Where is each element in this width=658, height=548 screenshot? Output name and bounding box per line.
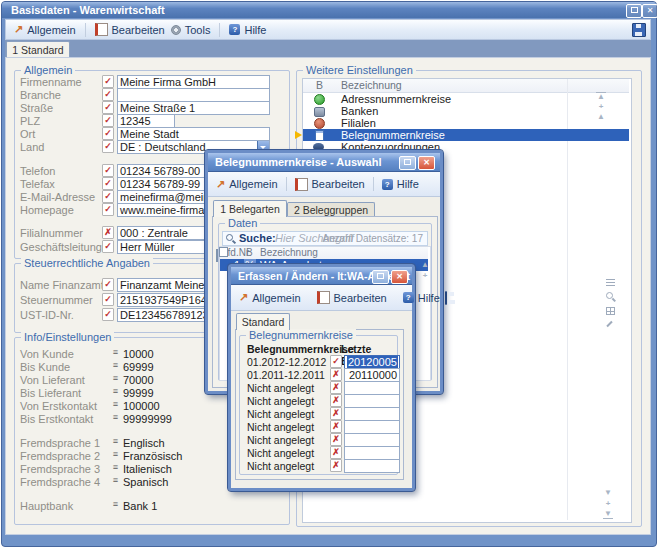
range-label: 01.2011-12.2011 <box>247 369 325 381</box>
close-icon[interactable]: ✕ <box>642 4 658 18</box>
list-lines-icon <box>111 386 120 396</box>
tab-standard[interactable]: 1 Standard <box>6 41 70 58</box>
list-item-belegnummernkreise[interactable]: Belegnummernkreise <box>303 129 629 141</box>
field-label: Homepage <box>20 204 74 216</box>
not-assigned-icon[interactable] <box>330 446 342 459</box>
edit-check-icon[interactable] <box>102 164 114 177</box>
info-value: 99999 <box>123 387 154 399</box>
menu-bearbeiten[interactable]: Bearbeiten <box>95 23 165 36</box>
menu-allgemein[interactable]: Allgemein <box>216 178 278 190</box>
edit-check-icon[interactable] <box>102 190 114 203</box>
save-icon[interactable] <box>632 23 646 37</box>
settings-list-header[interactable]: B Bezeichnung <box>303 79 629 93</box>
search-bar[interactable]: Suche: Hier Suchbegriff Anzahl Datensätz… <box>222 231 428 246</box>
list-lines-icon <box>111 412 120 422</box>
list-lines-icon <box>111 499 120 509</box>
move-up-icon[interactable]: ▲ <box>420 261 430 269</box>
belegnr-input[interactable] <box>344 433 400 447</box>
belegnr-input[interactable]: 20120005 <box>344 355 400 369</box>
restore-icon[interactable] <box>626 4 642 18</box>
save-icon[interactable] <box>445 291 447 305</box>
move-icon[interactable]: + <box>596 103 606 111</box>
move-down-icon[interactable]: ▼ <box>603 489 613 497</box>
firmenname-field[interactable]: Meine Firma GmbH <box>117 75 270 89</box>
edit-check-icon[interactable] <box>102 101 114 114</box>
not-assigned-icon[interactable] <box>330 368 342 381</box>
belegnr-input[interactable] <box>344 407 400 421</box>
move-icon[interactable]: + <box>420 272 430 280</box>
ort-field[interactable]: Meine Stadt <box>117 127 270 141</box>
tab-beleggruppen[interactable]: 2 Beleggruppen <box>287 202 375 217</box>
edit-check-icon[interactable] <box>102 140 114 153</box>
field-label: Hauptbank <box>20 500 73 512</box>
list-item-banken[interactable]: Banken <box>303 105 629 117</box>
menu-bearbeiten[interactable]: Bearbeiten <box>317 291 387 304</box>
list-item-adressnummernkreise[interactable]: Adressnummernkreise <box>303 93 629 105</box>
strasse-field[interactable]: Meine Straße 1 <box>117 101 270 115</box>
belegnr-input[interactable] <box>344 459 400 473</box>
menu-tools[interactable]: Tools <box>171 24 211 36</box>
restore-icon[interactable] <box>372 270 389 284</box>
edit-check-icon[interactable] <box>102 127 114 140</box>
menu-hilfe-label: Hilfe <box>397 178 419 190</box>
column-b: B <box>246 247 253 259</box>
ne-arrow-icon <box>14 24 23 35</box>
zoom-icon[interactable] <box>606 292 613 299</box>
selected-value: 20120005 <box>347 356 398 368</box>
branche-field[interactable] <box>117 88 270 102</box>
not-assigned-icon[interactable] <box>330 394 342 407</box>
tab-standard[interactable]: Standard <box>236 313 290 330</box>
range-label: Nicht angelegt <box>247 434 314 446</box>
menu-hilfe[interactable]: Hilfe <box>229 24 266 36</box>
menu-allgemein[interactable]: Allgemein <box>239 292 301 304</box>
edit-check-icon[interactable] <box>102 88 114 101</box>
not-assigned-icon[interactable] <box>330 407 342 420</box>
close-icon[interactable] <box>418 156 435 170</box>
tab-belegarten[interactable]: 1 Belegarten <box>213 200 287 217</box>
list-item-label: Filialen <box>341 117 376 129</box>
menu-hilfe[interactable]: Hilfe <box>382 178 419 190</box>
info-value: Italienisch <box>123 463 172 475</box>
move-icon[interactable]: + <box>603 500 613 508</box>
move-bottom-icon[interactable]: ▼ <box>603 510 613 519</box>
belegnr-input[interactable] <box>344 446 400 460</box>
edit-check-icon[interactable] <box>102 278 114 291</box>
copy-icon[interactable] <box>216 249 218 262</box>
menu-allgemein[interactable]: Allgemein <box>14 24 76 36</box>
list-item-filialen[interactable]: Filialen <box>303 117 629 129</box>
edit-check-icon[interactable] <box>102 114 114 127</box>
not-assigned-icon[interactable] <box>330 381 342 394</box>
column-bezeichnung: Bezeichnung <box>341 79 402 92</box>
move-up-icon[interactable]: ▲ <box>596 113 606 121</box>
main-toolbar: Allgemein Bearbeiten Tools Hilfe <box>5 19 651 40</box>
not-assigned-icon[interactable] <box>330 459 342 472</box>
belegnr-input[interactable] <box>344 394 400 408</box>
edit-check-icon[interactable] <box>102 203 114 216</box>
belegnr-input[interactable] <box>344 381 400 395</box>
belegnr-input[interactable] <box>344 420 400 434</box>
edit-check-icon[interactable] <box>102 177 114 190</box>
grid-icon[interactable] <box>606 307 615 315</box>
close-icon[interactable] <box>391 270 408 284</box>
list-item-label: Belegnummernkreise <box>341 129 445 141</box>
plz-field[interactable]: 12345 <box>117 114 175 128</box>
edit-check-icon[interactable] <box>102 75 114 88</box>
grip-icon[interactable] <box>606 279 615 287</box>
menu-hilfe[interactable]: Hilfe <box>403 292 440 304</box>
menu-bearbeiten[interactable]: Bearbeiten <box>295 178 365 191</box>
edit-check-icon[interactable] <box>330 355 342 368</box>
move-top-icon[interactable]: ▲ <box>596 92 606 101</box>
not-assigned-icon[interactable] <box>102 226 114 239</box>
belegnr-input[interactable]: 20110000 <box>344 368 400 382</box>
tools-icon <box>171 25 181 35</box>
edit-check-icon[interactable] <box>102 293 114 306</box>
info-value: Spanisch <box>123 476 168 488</box>
toolbar-separator <box>219 23 220 37</box>
edit-check-icon[interactable] <box>102 308 114 321</box>
field-label: UST-ID-Nr. <box>20 309 74 321</box>
edit-check-icon[interactable] <box>102 240 114 253</box>
not-assigned-icon[interactable] <box>330 433 342 446</box>
restore-icon[interactable] <box>399 156 416 170</box>
field-label: Telefon <box>20 165 55 177</box>
not-assigned-icon[interactable] <box>330 420 342 433</box>
